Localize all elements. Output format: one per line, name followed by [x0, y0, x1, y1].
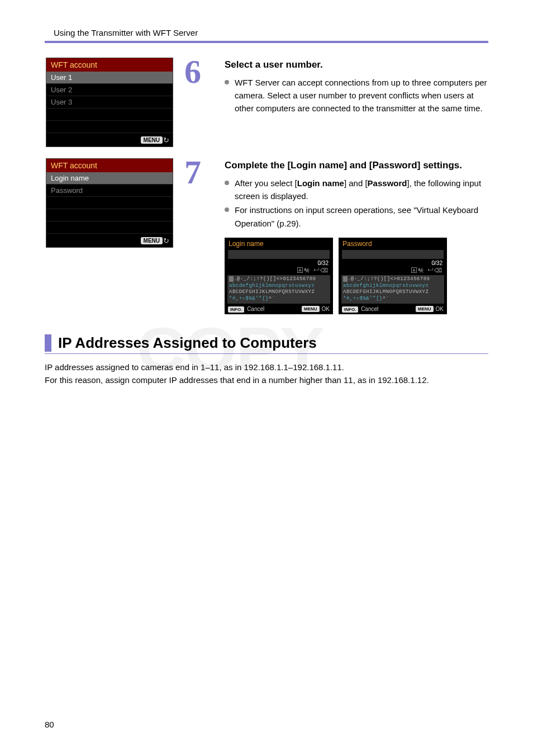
cancel-label: Cancel [247, 306, 264, 312]
user-row-3: User 3 [46, 96, 173, 108]
menu-button-label: MENU [141, 136, 163, 144]
return-arrow-icon: ↻ [163, 136, 169, 144]
section-heading: IP Addresses Assigned to Computers [45, 334, 317, 352]
step-7-title: Complete the [Login name] and [Password]… [225, 159, 488, 172]
kb-input-field [228, 250, 330, 259]
section-p1: IP addresses assigned to cameras end in … [45, 361, 488, 374]
login-name-row: Login name [46, 172, 173, 185]
step-6-bullet: WFT Server can accept connections from u… [225, 76, 488, 115]
return-arrow-icon: ↻ [163, 237, 169, 245]
user-row-1: User 1 [46, 72, 173, 84]
section-body: IP addresses assigned to cameras end in … [45, 361, 488, 387]
step-7-bullet-2: For instructions on input screen operati… [225, 204, 488, 230]
step-number-6: 6 [184, 58, 201, 86]
keyboard-login-name: Login name 0/32 🄰℀ ⮠⌫ .@-_/:;!?()[]<>012… [225, 238, 333, 314]
kb-char-grid: .@-_/:;!?()[]<>0123456789 abcdefghijklmn… [227, 275, 330, 304]
ok-label: OK [322, 306, 330, 312]
info-button: INFO. [342, 306, 358, 313]
user-row-2: User 2 [46, 84, 173, 96]
screen-footer: MENU↻ [46, 133, 173, 147]
wft-account-screen-login: WFT account Login name Password MENU↻ [46, 158, 173, 248]
kb-input-field [342, 250, 444, 259]
kb-mode-icons: 🄰℀ ⮠⌫ [339, 267, 447, 275]
section-p2: For this reason, assign computer IP addr… [45, 374, 488, 386]
keyboard-screenshots: Login name 0/32 🄰℀ ⮠⌫ .@-_/:;!?()[]<>012… [225, 238, 488, 314]
kb-mode-icons: 🄰℀ ⮠⌫ [225, 267, 333, 275]
page-header: Using the Transmitter with WFT Server [45, 28, 488, 37]
page-number: 80 [45, 720, 54, 729]
info-button: INFO. [228, 306, 244, 313]
cancel-label: Cancel [361, 306, 378, 312]
screen-footer: MENU↻ [46, 234, 173, 247]
section-underline [45, 353, 488, 354]
step-number-7: 7 [184, 158, 201, 187]
kb-char-count: 0/32 [339, 260, 447, 266]
menu-button-label: MENU [141, 237, 163, 244]
menu-button: MENU [416, 306, 434, 312]
kb-title: Password [339, 238, 447, 250]
kb-char-count: 0/32 [225, 260, 333, 266]
menu-button: MENU [302, 306, 320, 312]
step-7-bullet-1: After you select [Login name] and [Passw… [225, 177, 488, 203]
wft-account-screen-users: WFT account User 1 User 2 User 3 MENU↻ [46, 58, 173, 147]
step-6: WFT account User 1 User 2 User 3 MENU↻ 6… [45, 58, 488, 147]
section-heading-wrap: IP Addresses Assigned to Computers [45, 334, 488, 354]
password-row: Password [46, 185, 173, 197]
screen-title: WFT account [46, 58, 173, 72]
keyboard-password: Password 0/32 🄰℀ ⮠⌫ .@-_/:;!?()[]<>01234… [339, 238, 447, 314]
ok-label: OK [436, 306, 444, 312]
kb-char-grid: .@-_/:;!?()[]<>0123456789 abcdefghijklmn… [341, 275, 444, 304]
header-rule [45, 41, 488, 43]
step-6-title: Select a user number. [225, 59, 488, 72]
step-7: WFT account Login name Password MENU↻ 7 … [45, 158, 488, 314]
screen-title: WFT account [46, 159, 173, 172]
kb-title: Login name [225, 238, 333, 250]
